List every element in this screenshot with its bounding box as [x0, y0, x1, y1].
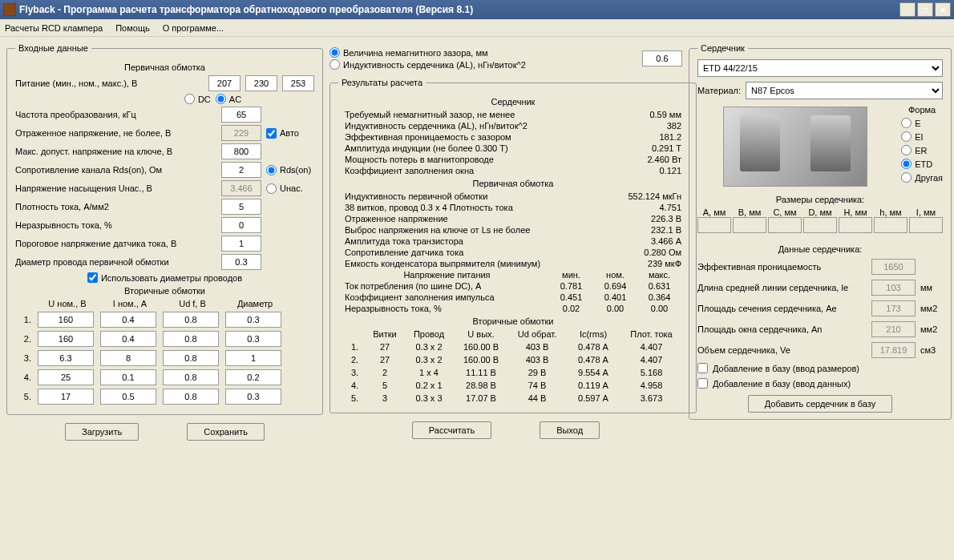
unas-input	[221, 180, 261, 196]
auto-checkbox[interactable]	[266, 128, 277, 139]
maximize-button[interactable]: □	[917, 2, 933, 17]
sec-d-input[interactable]	[225, 389, 281, 405]
dim-input	[803, 217, 837, 233]
sec-result-row: 5.30.3 x 317.07 В44 В0.597 А3.673	[338, 393, 688, 403]
sec-u-input[interactable]	[38, 350, 94, 366]
sec-u-input[interactable]	[38, 331, 94, 347]
menu-help[interactable]: Помощь	[115, 23, 150, 33]
core-type-select[interactable]: ETD 44/22/15	[697, 59, 943, 77]
core-data-row: Площадь окна сердечника, Anмм2	[697, 321, 943, 337]
res-sec-title: Вторичные обмотки	[338, 316, 688, 326]
sec-u-input[interactable]	[38, 312, 94, 328]
use-diameters-checkbox[interactable]	[87, 272, 98, 283]
add-dims-checkbox[interactable]	[697, 363, 708, 373]
gap-input[interactable]	[642, 50, 682, 66]
form-radio-Другая[interactable]	[901, 172, 912, 183]
sec-i-input[interactable]	[100, 389, 156, 405]
minimize-button[interactable]: _	[899, 2, 916, 17]
j-input[interactable]	[221, 199, 261, 215]
dim-input	[733, 217, 766, 233]
result-line: Амплитуда индукции (не более 0.300 T)0.2…	[338, 143, 688, 153]
supply-max-input[interactable]	[282, 75, 314, 91]
result-line: Индуктивность первичной обмотки552.124 м…	[338, 191, 688, 201]
sec-result-row: 2.270.3 x 2160.00 В403 В0.478 А4.407	[338, 355, 688, 365]
supply-min-input[interactable]	[208, 75, 241, 91]
sec-uf-input[interactable]	[163, 350, 219, 366]
disc-label: Неразрывность тока, %	[15, 220, 216, 230]
maxv-label: Макс. допуст. напряжение на ключе, В	[15, 147, 216, 156]
core-data-row: Эффективная проницаемость	[697, 259, 943, 275]
freq-input[interactable]	[221, 107, 261, 123]
result-3col-line: Неразрывность тока, %0.020.000.00	[338, 304, 688, 313]
ac-radio[interactable]	[216, 94, 226, 104]
dwire-label: Диаметр провода первичной обмотки	[15, 257, 216, 267]
sec-result-row: 1.270.3 x 2160.00 В403 В0.478 А4.407	[338, 342, 688, 352]
sec-header: U ном., В I ном., А Ud f, В Диаметр	[39, 299, 314, 308]
sec-uf-input[interactable]	[163, 389, 219, 405]
result-line: Выброс напряжения на ключе от Ls не боле…	[338, 225, 688, 235]
form-radio-E[interactable]	[901, 118, 912, 128]
form-radio-ER[interactable]	[901, 145, 912, 155]
sec-u-input[interactable]	[38, 389, 94, 405]
supply-label: Питание (мин., ном., макс.), В	[15, 79, 204, 88]
result-3col-line: Ток потребления (по шине DC), А0.7810.69…	[338, 281, 688, 291]
sec-i-input[interactable]	[100, 350, 156, 366]
primary-title: Первичная обмотка	[15, 62, 314, 72]
core-group: Сердечник ETD 44/22/15 Материал: N87 Epc…	[689, 43, 952, 420]
dim-input	[874, 217, 908, 233]
sec-d-input[interactable]	[225, 312, 281, 328]
save-button[interactable]: Сохранить	[187, 423, 265, 441]
sec-i-input[interactable]	[100, 331, 156, 347]
disc-input[interactable]	[221, 217, 261, 233]
unas-label: Напряжение насыщения Uнас., В	[15, 183, 216, 193]
rds-label: Сопротивление канала Rds(on), Ом	[15, 165, 216, 175]
rds-input[interactable]	[221, 162, 261, 178]
dc-radio[interactable]	[184, 94, 195, 104]
thresh-input[interactable]	[221, 236, 261, 252]
add-core-button[interactable]: Добавить сердечник в базу	[748, 395, 893, 413]
result-line: Индуктивность сердечника (AL), нГн/виток…	[338, 121, 688, 131]
maxv-input[interactable]	[221, 143, 261, 159]
sec-d-input[interactable]	[225, 350, 281, 366]
dim-input	[909, 217, 943, 233]
calculate-button[interactable]: Рассчитать	[412, 421, 491, 439]
core-data-title: Данные сердечника:	[697, 244, 943, 254]
unas-radio[interactable]	[266, 183, 277, 194]
core-data-input	[871, 300, 916, 316]
supply-nom-input[interactable]	[245, 75, 277, 91]
add-data-checkbox[interactable]	[697, 378, 708, 389]
core-material-select[interactable]: N87 Epcos	[746, 82, 943, 99]
input-legend: Входные данные	[15, 43, 91, 53]
sec-i-input[interactable]	[100, 369, 156, 385]
close-button[interactable]: ✕	[935, 2, 951, 17]
sec-uf-input[interactable]	[163, 369, 219, 385]
sec-i-input[interactable]	[100, 312, 156, 328]
sec-result-row: 3.21 x 411.11 В29 В9.554 А5.168	[338, 368, 688, 377]
secondary-row: 5.	[15, 389, 314, 405]
result-line: Амплитуда тока транзистора3.466 А	[338, 236, 688, 246]
sec-d-input[interactable]	[225, 331, 281, 347]
al-radio[interactable]	[329, 59, 340, 70]
sec-result-row: 4.50.2 x 128.98 В74 В0.119 А4.958	[338, 381, 688, 390]
thresh-label: Пороговое напряжение датчика тока, В	[15, 239, 216, 248]
menu-about[interactable]: О программе...	[163, 23, 224, 33]
sec-u-input[interactable]	[38, 369, 94, 385]
sec-uf-input[interactable]	[163, 331, 219, 347]
sec-uf-input[interactable]	[163, 312, 219, 328]
load-button[interactable]: Загрузить	[65, 423, 139, 441]
gap-radio[interactable]	[329, 47, 340, 58]
dwire-input[interactable]	[221, 254, 261, 270]
form-radio-ETD[interactable]	[901, 159, 912, 169]
material-label: Материал:	[697, 86, 741, 95]
result-line: Сопротивление датчика тока0.280 Ом	[338, 248, 688, 257]
input-data-group: Входные данные Первичная обмотка Питание…	[6, 43, 323, 415]
form-radio-EI[interactable]	[901, 131, 912, 142]
sec-d-input[interactable]	[225, 369, 281, 385]
rds-radio[interactable]	[266, 165, 277, 175]
res-prim-title: Первичная обмотка	[338, 179, 688, 188]
dim-input	[697, 217, 731, 233]
exit-button[interactable]: Выход	[540, 421, 600, 439]
menu-rcd[interactable]: Расчеты RCD клампера	[5, 23, 103, 33]
core-legend: Сердечник	[697, 43, 748, 53]
core-image	[723, 107, 867, 187]
